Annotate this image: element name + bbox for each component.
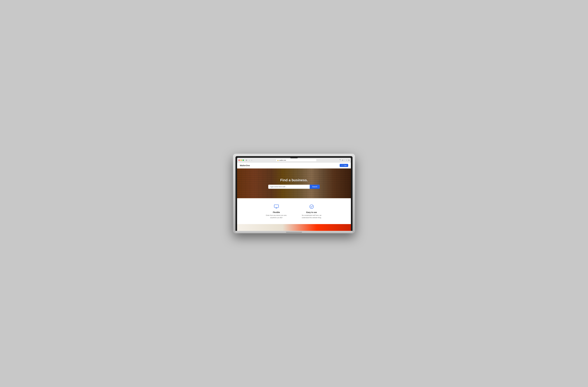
svg-point-3 — [310, 205, 314, 209]
hero-content: Find a business. Search — [237, 178, 351, 189]
back-arrow-icon[interactable]: ‹ — [249, 159, 250, 161]
new-tab-icon[interactable]: + — [346, 159, 347, 161]
hero-title: Find a business. — [237, 178, 351, 182]
bottom-image-strip — [237, 224, 351, 231]
site-nav: WaiterOne 🛒 Cart — [237, 162, 351, 169]
monitor-icon — [273, 204, 279, 210]
tabs-icon[interactable]: ⧉ — [348, 159, 350, 161]
tab-grid-icon: ⊞ — [245, 159, 248, 161]
reload-icon[interactable]: ↻ — [339, 159, 341, 162]
laptop-foot — [286, 232, 302, 232]
feature-flexible: Flexible Order from any device you own, … — [264, 204, 289, 219]
laptop-frame: ⊞ ‹ › 🔒 waiter.one ↻ ⊙ ↑ + ⧉ — [233, 154, 355, 233]
feature-flexible-title: Flexible — [264, 211, 289, 213]
browser-chrome: ⊞ ‹ › 🔒 waiter.one ↻ ⊙ ↑ + ⧉ — [237, 158, 351, 162]
fullscreen-button[interactable] — [243, 159, 244, 161]
cart-button[interactable]: 🛒 Cart — [340, 164, 348, 167]
cart-icon: 🛒 — [341, 165, 343, 166]
camera-notch — [290, 157, 298, 158]
traffic-lights — [238, 159, 244, 161]
features-section: Flexible Order from any device you own, … — [237, 198, 351, 224]
search-input[interactable] — [268, 185, 310, 189]
svg-rect-0 — [274, 205, 278, 207]
search-button[interactable]: Search — [310, 185, 320, 189]
minimize-button[interactable] — [240, 159, 242, 161]
hero-section: Find a business. Search — [237, 169, 351, 198]
address-bar-wrapper: 🔒 waiter.one ↻ — [254, 159, 341, 162]
laptop-bottom — [235, 231, 353, 233]
site-logo: WaiterOne — [240, 164, 250, 167]
share-icon[interactable]: ↑ — [344, 159, 345, 161]
check-circle-icon — [309, 204, 315, 210]
feature-easy-to-use: Easy to use No complicated stuff here, w… — [299, 204, 324, 219]
forward-arrow-icon[interactable]: › — [251, 159, 252, 161]
feature-easy-desc: No complicated stuff here, we understand… — [299, 214, 324, 219]
search-bar: Search — [268, 185, 320, 189]
cart-label: Cart — [344, 165, 347, 166]
history-icon[interactable]: ⊙ — [342, 159, 343, 161]
browser-actions: ⊙ ↑ + ⧉ — [342, 159, 350, 161]
website-content: WaiterOne 🛒 Cart Find a business. Search — [237, 162, 351, 231]
url-text: waiter.one — [279, 159, 286, 161]
close-button[interactable] — [238, 159, 240, 161]
screen-bezel: ⊞ ‹ › 🔒 waiter.one ↻ ⊙ ↑ + ⧉ — [235, 156, 353, 231]
address-bar[interactable]: 🔒 waiter.one — [276, 159, 317, 162]
browser-window: ⊞ ‹ › 🔒 waiter.one ↻ ⊙ ↑ + ⧉ — [237, 158, 351, 231]
browser-nav: ‹ › — [249, 159, 252, 161]
feature-flexible-desc: Order from any device you own, anywhere … — [264, 214, 289, 219]
lock-icon: 🔒 — [277, 159, 279, 161]
feature-easy-title: Easy to use — [299, 211, 324, 213]
